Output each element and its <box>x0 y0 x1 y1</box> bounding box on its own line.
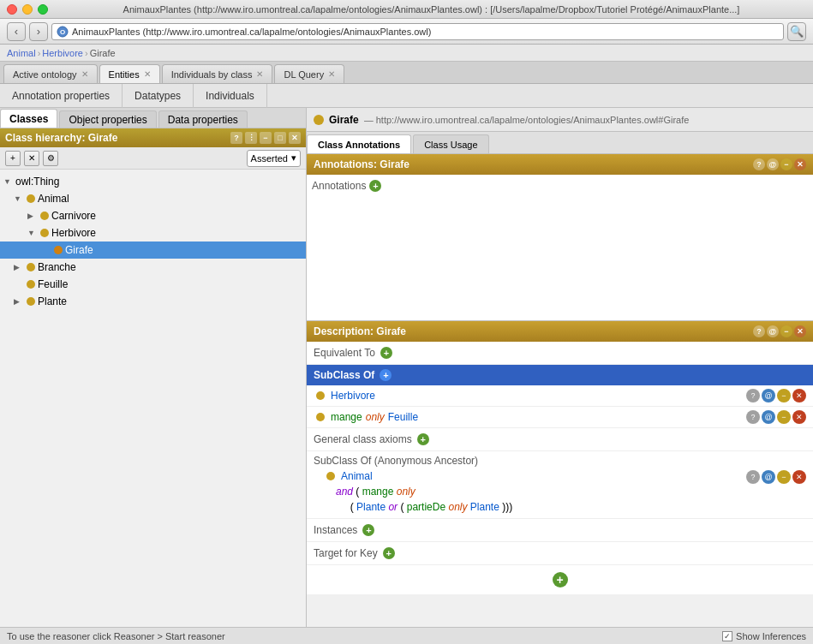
panel-icon-q[interactable]: ? <box>230 132 242 144</box>
herbivore-row-actions: ? @ − ✕ <box>746 389 806 402</box>
expand-carnivore[interactable]: ▶ <box>27 212 38 220</box>
mange-property[interactable]: mange <box>331 411 362 423</box>
tab-dl-query[interactable]: DL Query ✕ <box>274 64 344 83</box>
settings-button[interactable]: ⚙ <box>43 151 58 166</box>
mange-btn-m[interactable]: − <box>777 410 791 424</box>
anon-btn-m[interactable]: − <box>777 470 791 484</box>
annotations-icons: ? @ − ✕ <box>753 158 806 170</box>
expand-branche[interactable]: ▶ <box>14 263 24 271</box>
show-inferences-checkbox[interactable]: ✓ <box>722 631 732 641</box>
subclass-section: SubClass Of + Herbivore ? @ <box>307 365 813 428</box>
main-tabs: Active ontology ✕ Entities ✕ Individuals… <box>0 62 813 84</box>
herbivore-btn-m[interactable]: − <box>777 389 791 402</box>
expand-herbivore[interactable]: ▼ <box>27 229 38 237</box>
anon-btn-q[interactable]: ? <box>746 470 760 484</box>
anon-btn-x[interactable]: ✕ <box>792 470 806 484</box>
tab-data-properties[interactable]: Data properties <box>158 110 248 128</box>
feuille-label: Feuille <box>38 278 68 290</box>
tree-item-herbivore[interactable]: ▼ Herbivore <box>0 224 306 242</box>
anon-header: SubClass Of (Anonymous Ancestor) <box>314 455 806 467</box>
desc-icon-minus[interactable]: − <box>780 325 792 337</box>
expand-plante[interactable]: ▶ <box>14 297 24 306</box>
only-keyword-anon2: only <box>448 501 467 513</box>
anon-btn-at[interactable]: @ <box>762 470 775 484</box>
minimize-button[interactable] <box>22 4 33 15</box>
add-annotation-button[interactable]: + <box>369 180 381 192</box>
back-button[interactable]: ‹ <box>7 22 26 41</box>
add-instances-button[interactable]: + <box>362 524 374 536</box>
maximize-button[interactable] <box>38 4 48 15</box>
add-equiv-button[interactable]: + <box>380 347 392 359</box>
tree-item-girafe[interactable]: Girafe <box>0 242 306 259</box>
branche-dot <box>27 263 35 271</box>
ann-icon-q[interactable]: ? <box>753 158 765 170</box>
tab-object-properties[interactable]: Object properties <box>59 110 156 128</box>
tree-item-carnivore[interactable]: ▶ Carnivore <box>0 207 306 224</box>
tree-item-animal[interactable]: ▼ Animal <box>0 190 306 207</box>
anon-row-animal: Animal and ( mange only <box>324 470 806 515</box>
ann-icon-close[interactable]: ✕ <box>794 158 806 170</box>
close-entities[interactable]: ✕ <box>144 69 151 79</box>
tab-datatypes[interactable]: Datatypes <box>123 84 194 108</box>
tab-class-usage[interactable]: Class Usage <box>413 134 488 153</box>
expand-animal[interactable]: ▼ <box>14 194 24 203</box>
herbivore-btn-q[interactable]: ? <box>746 389 760 402</box>
right-tabs: Class Annotations Class Usage <box>307 132 813 154</box>
annotations-section: Annotations: Girafe ? @ − ✕ Annotations … <box>307 154 813 320</box>
tab-individuals-by-class[interactable]: Individuals by class ✕ <box>162 64 273 83</box>
tab-classes[interactable]: Classes <box>0 109 57 128</box>
breadcrumb-animal[interactable]: Animal <box>7 48 36 58</box>
paren-open: ( <box>356 486 359 498</box>
herbivore-btn-x[interactable]: ✕ <box>792 389 806 402</box>
delete-class-button[interactable]: ✕ <box>24 151 39 166</box>
search-button[interactable]: 🔍 <box>787 22 806 41</box>
mange-btn-q[interactable]: ? <box>746 410 760 424</box>
breadcrumb: Animal › Herbivore › Girafe <box>0 45 813 62</box>
bottom-add-button[interactable]: + <box>553 572 568 587</box>
tree-item-branche[interactable]: ▶ Branche <box>0 259 306 276</box>
ann-icon-minus[interactable]: − <box>780 158 792 170</box>
url-bar[interactable]: O AnimauxPlantes (http://www.iro.umontre… <box>51 23 784 40</box>
breadcrumb-herbivore[interactable]: Herbivore <box>42 48 83 58</box>
titlebar: AnimauxPlantes (http://www.iro.umontreal… <box>0 0 813 19</box>
anon-animal-first-line: Animal <box>324 470 741 482</box>
instances-row: Instances + <box>307 519 813 542</box>
desc-icon-close[interactable]: ✕ <box>794 325 806 337</box>
tab-class-annotations[interactable]: Class Annotations <box>307 134 411 153</box>
panel-icon-close[interactable]: ✕ <box>289 132 301 144</box>
desc-icon-at[interactable]: @ <box>767 325 779 337</box>
panel-icon-hierarchy[interactable]: ⋮ <box>245 132 257 144</box>
asserted-dropdown[interactable]: Asserted ▾ <box>247 150 301 167</box>
close-dl-query[interactable]: ✕ <box>328 69 335 79</box>
tab-individuals[interactable]: Individuals <box>194 84 267 108</box>
tree-item-plante[interactable]: ▶ Plante <box>0 293 306 310</box>
feuille-class[interactable]: Feuille <box>388 411 418 423</box>
add-subclass-button[interactable]: + <box>5 151 21 166</box>
add-general-button[interactable]: + <box>417 433 429 445</box>
herbivore-class-dot <box>316 391 325 400</box>
forward-button[interactable]: › <box>29 22 48 41</box>
animal-class-anon[interactable]: Animal <box>341 470 373 482</box>
window-controls[interactable] <box>7 4 48 15</box>
ann-icon-at[interactable]: @ <box>767 158 779 170</box>
tab-annotation-properties[interactable]: Annotation properties <box>0 84 123 108</box>
herbivore-btn-at[interactable]: @ <box>762 389 775 402</box>
mange-btn-at[interactable]: @ <box>762 410 775 424</box>
close-active-ontology[interactable]: ✕ <box>81 69 88 79</box>
right-content: Annotations: Girafe ? @ − ✕ Annotations … <box>307 154 813 627</box>
add-subclass-button[interactable]: + <box>380 369 392 381</box>
close-button[interactable] <box>7 4 17 15</box>
panel-icon-minus[interactable]: − <box>260 132 272 144</box>
add-target-button[interactable]: + <box>383 547 395 559</box>
herbivore-class-name[interactable]: Herbivore <box>331 390 375 402</box>
panel-icon-max[interactable]: □ <box>274 132 286 144</box>
paren-open3: ( <box>400 501 404 513</box>
tree-item-feuille[interactable]: Feuille <box>0 276 306 293</box>
tab-active-ontology[interactable]: Active ontology ✕ <box>3 64 98 83</box>
tab-entities[interactable]: Entities ✕ <box>99 64 160 83</box>
tree-item-owlthing[interactable]: ▼ owl:Thing <box>0 173 306 190</box>
expand-owlthing[interactable]: ▼ <box>3 177 14 186</box>
desc-icon-q[interactable]: ? <box>753 325 765 337</box>
mange-btn-x[interactable]: ✕ <box>792 410 806 424</box>
close-individuals[interactable]: ✕ <box>256 69 263 79</box>
